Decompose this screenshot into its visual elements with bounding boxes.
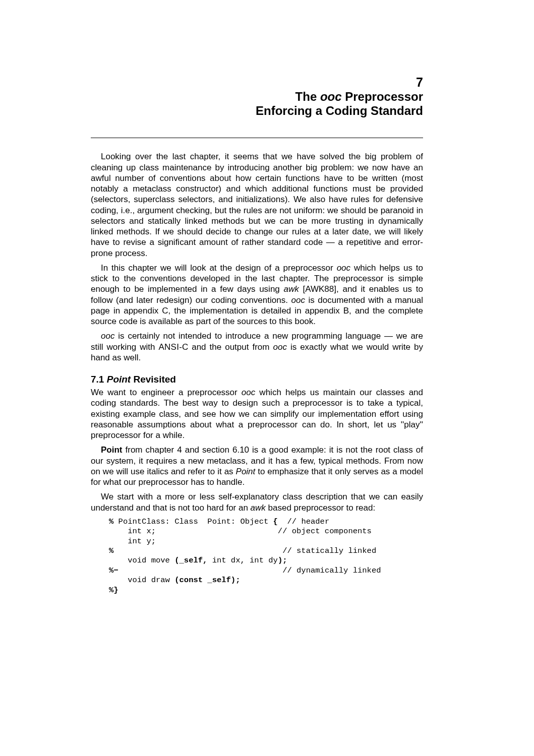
awk-word: awk (251, 503, 266, 513)
code-l8a: %} (109, 586, 118, 595)
ansi-word: ANSI (158, 342, 179, 352)
title-rule (91, 138, 423, 138)
section-heading: 7.1 Point Revisited (91, 374, 423, 385)
paragraph-3: ooc is certainly not intended to introdu… (91, 331, 423, 363)
paragraph-5: Point from chapter 4 and section 6.10 is… (91, 445, 423, 487)
paragraph-2: In this chapter we will look at the desi… (91, 263, 423, 327)
chapter-title-line1: The ooc Preprocessor (91, 90, 423, 104)
code-l2: int x; // object components (109, 527, 372, 536)
code-l1a: % (109, 517, 118, 526)
p2-t1: In this chapter we will look at the desi… (101, 263, 337, 273)
chapter-title-line2: Enforcing a Coding Standard (91, 104, 423, 118)
code-l1d: // header (278, 517, 329, 526)
ooc-word: ooc (242, 388, 255, 397)
chapter-title-post: Preprocessor (342, 90, 423, 103)
page: 7 The ooc Preprocessor Enforcing a Codin… (0, 0, 534, 756)
point-word: Point (236, 467, 256, 476)
ooc-word: ooc (101, 331, 114, 341)
ooc-word: ooc (337, 263, 350, 273)
ooc-word: ooc (320, 90, 342, 103)
p3-t2: -C and the output from (179, 342, 273, 352)
code-l5d: ); (278, 556, 287, 565)
ooc-word: ooc (273, 342, 286, 352)
code-l5b: (_self, (174, 556, 207, 565)
code-l4a: % (109, 546, 113, 555)
point-word: Point (107, 374, 131, 385)
code-l7b: (const _self); (174, 576, 240, 585)
code-l4b: // statically linked (113, 546, 376, 555)
section-rest: Revisited (131, 374, 176, 385)
awk-word: awk (284, 284, 299, 294)
code-l5a: void move (109, 556, 174, 565)
chapter-title-pre: The (295, 90, 320, 103)
code-l6a: %− (109, 566, 118, 575)
code-l3: int y; (109, 537, 156, 546)
section-number: 7.1 (91, 374, 107, 385)
ooc-word: ooc (291, 295, 305, 305)
paragraph-4: We want to engineer a preprocessor ooc w… (91, 387, 423, 440)
code-listing: % PointClass: Class Point: Object { // h… (109, 517, 423, 595)
code-l7a: void draw (109, 576, 174, 585)
p6-t2: based preprocessor to read: (266, 503, 375, 513)
chapter-number: 7 (91, 76, 423, 89)
code-l5c: int dx, int dy (207, 556, 278, 565)
code-l1c: { (273, 517, 278, 526)
code-l1b: PointClass: Class Point: Object (118, 517, 273, 526)
paragraph-1: Looking over the last chapter, it seems … (91, 151, 423, 259)
p4-t1: We want to engineer a preprocessor (91, 388, 242, 397)
paragraph-6: We start with a more or less self-explan… (91, 491, 423, 513)
point-bold: Point (101, 445, 123, 455)
code-l6b: // dynamically linked (118, 566, 381, 575)
